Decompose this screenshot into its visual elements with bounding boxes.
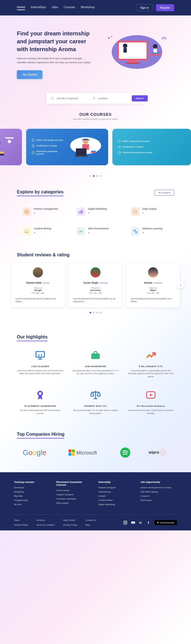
footer-link[interactable]: Designing <box>14 491 51 493</box>
footer-link[interactable]: Content Writer <box>98 499 135 501</box>
highlight-name: HIGHEST AVG CTC <box>72 405 119 407</box>
svg-point-15 <box>94 98 94 98</box>
category-ml[interactable]: Machine Learning» <box>131 227 169 236</box>
footer-link[interactable]: Blog <box>86 524 96 526</box>
stars-icon: ★★★★★ <box>99 282 108 284</box>
footer-heading: Internship <box>98 481 135 483</box>
footer-col-placement: Placement Guarantee Courses UI/UX design… <box>56 481 93 507</box>
course-feature: ✓8000+ internships and jobs <box>32 139 65 142</box>
highlight-desc: Connecting talent to opportunities get t… <box>127 369 174 378</box>
course-feature: ✓Certification Courses <box>32 144 65 147</box>
courses-title: OUR COURSES <box>0 112 191 117</box>
footer-heading: Job Opportunity <box>140 481 177 483</box>
footer-link[interactable]: Coupons <box>140 495 177 497</box>
footer-link[interactable]: Team <box>14 519 28 521</box>
review-dots <box>11 312 180 313</box>
category-finance[interactable]: Finance management» <box>22 207 60 216</box>
next-arrow-button[interactable]: › <box>177 282 184 289</box>
avatar <box>90 267 101 277</box>
footer-link[interactable]: ML &AI <box>14 503 51 506</box>
dot[interactable] <box>100 312 101 313</box>
laptop-icon <box>22 227 31 236</box>
svg-point-47 <box>39 392 42 395</box>
footer-link[interactable]: Graphic Designer <box>56 493 93 496</box>
facebook-icon[interactable]: f <box>147 520 151 525</box>
linkedin-icon[interactable]: in <box>139 520 143 525</box>
stars-icon: ★★★★★ <box>154 282 162 284</box>
dot[interactable] <box>90 312 91 313</box>
review-card: Sonam ★★★★★ Placed at Wipro CTC 10L - 15… <box>126 263 180 308</box>
footer-social: in f ▶Get Android App <box>123 520 177 525</box>
category-marketing[interactable]: Digital Marketing» <box>77 207 114 216</box>
footer-link[interactable]: Data analyst <box>56 502 93 504</box>
dot[interactable] <box>96 312 98 313</box>
footer-link[interactable]: Digital Marketing <box>98 503 135 506</box>
student-illustration <box>69 134 103 160</box>
course-card[interactable] <box>0 129 22 165</box>
signin-button[interactable]: Sign in <box>136 4 153 11</box>
location-input[interactable] <box>98 97 129 100</box>
google-logo: Google <box>23 448 51 458</box>
highlight-live: LIVE CLASSES Learn from different instru… <box>17 350 64 378</box>
keyword-input[interactable] <box>56 97 88 100</box>
svg-rect-3 <box>129 60 137 63</box>
dot[interactable] <box>96 175 98 177</box>
footer-link[interactable]: Career Developement Courses <box>140 486 177 489</box>
footer-link[interactable]: Services <box>36 519 54 521</box>
footer-link[interactable]: Contact us <box>86 519 96 521</box>
get-started-button[interactable]: Get Started <box>17 70 42 79</box>
footer-link[interactable]: Analyst <box>98 495 135 497</box>
android-app-button[interactable]: ▶Get Android App <box>154 520 177 525</box>
footer-link[interactable]: Soft skills training <box>140 491 177 493</box>
nav-home[interactable]: Home <box>17 5 25 10</box>
review-card: Dinesh Dalal ★★★★ Placed at Google CTC 4… <box>11 263 65 308</box>
arrow-icon: » <box>142 231 169 234</box>
category-webdev[interactable]: Web Development» <box>77 227 114 236</box>
svg-rect-31 <box>82 210 83 213</box>
highlight-placement: PLACEMENT GUARANTEE We have 100% placeme… <box>17 389 64 415</box>
footer-link[interactable]: Volunteering <box>98 491 135 493</box>
companies-section: Top Companies Hiring Google Microsoft wi… <box>0 423 191 472</box>
search-location-field <box>90 97 132 100</box>
category-name: Finance management <box>34 207 60 210</box>
highlight-name: PLACEMENT GUARANTEE <box>17 405 64 407</box>
reviewer-name: Dinesh Dalal <box>26 281 42 284</box>
instagram-icon[interactable] <box>123 520 128 525</box>
footer-link[interactable]: Refund Policy <box>14 524 28 526</box>
wipro-logo: wipro <box>149 447 168 458</box>
svg-rect-45 <box>91 353 100 359</box>
search-button[interactable]: Search <box>132 95 148 101</box>
course-card[interactable]: ✓8000+ internships and jobs ✓Certificati… <box>26 129 108 165</box>
highlight-desc: We have 100% placement rate for all prov… <box>17 409 64 415</box>
register-button[interactable]: Register <box>156 4 174 11</box>
footer-link[interactable]: Full stack developer <box>56 498 93 500</box>
dot[interactable] <box>100 175 101 177</box>
youtube-icon[interactable] <box>131 520 135 525</box>
svg-rect-53 <box>69 449 71 452</box>
review-cards: Dinesh Dalal ★★★★ Placed at Google CTC 4… <box>11 263 180 308</box>
nav-internships[interactable]: Internships <box>31 5 46 10</box>
footer-link[interactable]: Terms & Condition <box>36 524 54 526</box>
dot[interactable] <box>93 312 95 313</box>
footer-link[interactable]: Graphic Designer <box>98 486 135 489</box>
footer-link[interactable]: Privacy Policy <box>63 524 77 526</box>
course-card[interactable]: ✓8000+ internships and jobs ✓Certificati… <box>112 129 191 165</box>
category-writing[interactable]: Content Writing» <box>22 227 60 236</box>
dot[interactable] <box>90 175 91 177</box>
footer-link[interactable]: Programming <box>14 499 51 501</box>
footer-link[interactable]: Big Data <box>14 495 51 497</box>
footer-link[interactable]: Help Centre <box>63 519 77 521</box>
all-category-button[interactable]: All Category <box>154 190 174 196</box>
footer-link[interactable]: Developer <box>14 486 51 489</box>
nav-workshop[interactable]: Workshop <box>81 5 94 10</box>
svg-point-40 <box>134 230 135 231</box>
nav-jobs[interactable]: Jobs <box>51 5 58 10</box>
footer-link[interactable]: UI/UX design <box>56 489 93 492</box>
footer-heading: Training courses <box>14 481 51 483</box>
footer-link[interactable]: Workshops <box>140 499 177 501</box>
svg-line-33 <box>136 212 137 213</box>
category-analyst[interactable]: Data Analyst» <box>131 207 169 216</box>
dot[interactable] <box>93 175 95 177</box>
svg-point-21 <box>8 140 11 143</box>
nav-courses[interactable]: Courses <box>63 5 75 10</box>
